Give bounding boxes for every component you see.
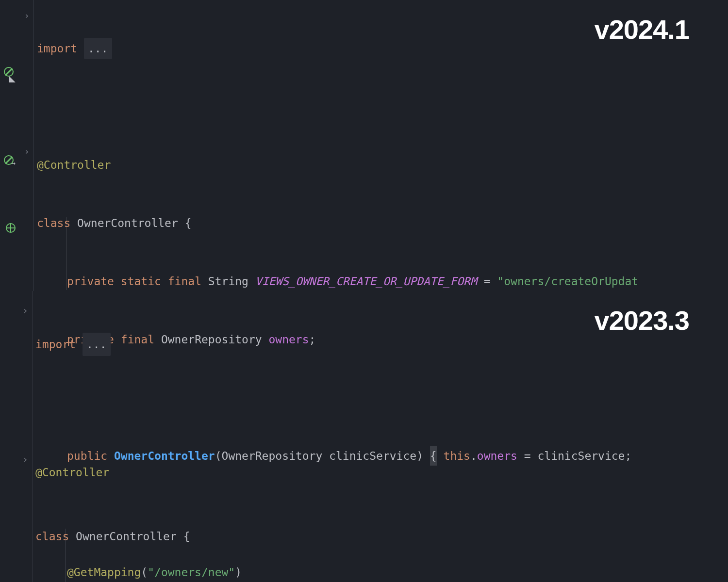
spring-bean-icon[interactable]: → (4, 155, 14, 165)
folded-region[interactable]: ... (83, 333, 111, 356)
fold-chevron-icon[interactable]: › (22, 305, 28, 316)
code-area-bottom[interactable]: import ... @Controller class OwnerContro… (35, 291, 728, 582)
editor-pane-bottom: v2023.3 › › import ... @Controller class… (0, 291, 728, 582)
gutter-bottom: › › (0, 291, 33, 582)
fold-chevron-icon[interactable]: › (22, 453, 28, 465)
code-line (37, 97, 728, 116)
spring-bean-icon[interactable]: ◣ (4, 67, 14, 77)
fold-chevron-icon[interactable]: › (24, 10, 30, 21)
code-line (35, 398, 728, 419)
web-mapping-icon[interactable] (6, 223, 16, 233)
code-line: class OwnerController { (35, 526, 728, 547)
arrow-right-icon: → (12, 159, 16, 167)
code-line: private static final String VIEWS_OWNER_… (37, 272, 728, 291)
code-line: import ... (37, 39, 728, 58)
code-line: @Controller (35, 462, 728, 483)
code-line: @Controller (37, 155, 728, 175)
folded-region[interactable]: ... (84, 38, 112, 59)
arrow-corner-icon: ◣ (9, 72, 15, 78)
code-line: import ... (35, 334, 728, 355)
code-line: class OwnerController { (37, 213, 728, 233)
editor-pane-top: v2024.1 › ◣ → › import ... @Controller c… (0, 0, 728, 291)
gutter-top: › ◣ → › (0, 0, 34, 291)
fold-chevron-icon[interactable]: › (24, 146, 30, 157)
